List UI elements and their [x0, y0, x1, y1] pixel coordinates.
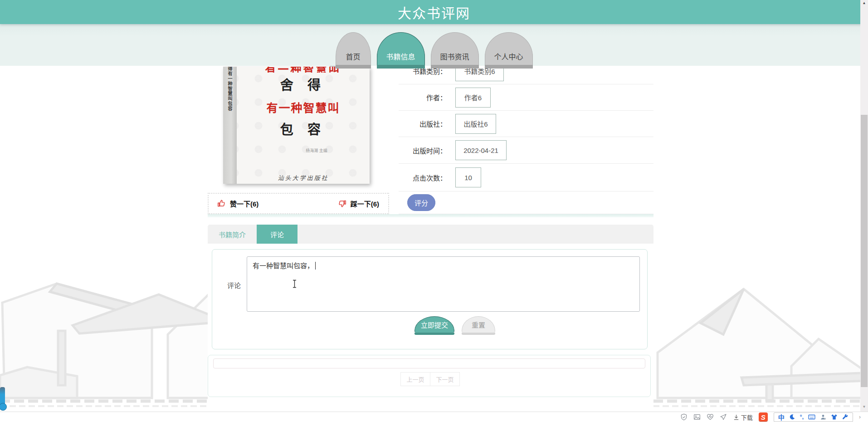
skin-shirt-icon[interactable] — [831, 414, 838, 420]
cover-title-red: 有一种智慧叫 — [237, 99, 370, 115]
tab-comments[interactable]: 评论 — [257, 225, 297, 244]
download-label: 下载 — [741, 413, 753, 422]
like-label: 赞一下(6) — [230, 199, 258, 208]
screenshot-image-icon[interactable] — [693, 413, 701, 421]
cover-title-line1: 舍 得 — [237, 74, 370, 93]
nav-tab-personal-center-label: 个人中心 — [485, 51, 532, 62]
rate-row: 评分 — [399, 191, 653, 214]
detail-tabbar: 书籍简介 评论 — [208, 225, 653, 244]
content-column: 舍得有一种智慧叫包容 有一种智慧叫 舍 得 有一种智慧叫 包 容 杨海潮 主编 … — [208, 66, 653, 412]
comment-list-panel: 上一页 下一页 — [208, 355, 651, 397]
ibeam-cursor-icon — [292, 280, 297, 288]
thumb-down-icon — [337, 199, 347, 208]
book-fields: 书籍类别： 书籍类别6 作者： 作者6 出版社： 出版社6 出版时间： 2022… — [399, 66, 653, 214]
field-row-clicks: 点击次数： 10 — [399, 164, 653, 191]
comment-form-panel: 评论 有一种智慧叫包容， 立即提交 重置 — [212, 249, 648, 349]
side-panel-handle[interactable] — [0, 387, 5, 408]
field-row-category: 书籍类别： 书籍类别6 — [399, 66, 653, 84]
site-title: 大众书评网 — [398, 2, 470, 22]
like-button[interactable]: 赞一下(6) — [217, 199, 258, 208]
book-spine-text: 舍得有一种智慧叫包容 — [226, 67, 233, 111]
main-nav: 首页 书籍信息 图书资讯 个人中心 — [0, 24, 868, 66]
field-value-author: 作者6 — [455, 88, 491, 108]
next-page-button[interactable]: 下一页 — [430, 372, 460, 386]
text-caret — [315, 262, 316, 270]
dislike-label: 踩一下(6) — [351, 199, 379, 208]
nav-tab-book-info-label: 书籍信息 — [377, 51, 424, 62]
download-button[interactable]: 下载 — [733, 413, 753, 422]
more-chevron-icon[interactable]: › — [859, 414, 861, 420]
field-label-clicks: 点击次数： — [399, 173, 455, 182]
moon-night-mode-icon[interactable] — [789, 414, 795, 420]
section-divider-strip — [208, 214, 653, 217]
field-value-publisher: 出版社6 — [455, 114, 496, 134]
site-header: 大众书评网 — [0, 0, 868, 24]
field-value-clicks: 10 — [455, 167, 481, 187]
field-row-publisher: 出版社： 出版社6 — [399, 111, 653, 137]
cover-author-line: 杨海潮 主编 — [306, 147, 327, 153]
nav-tab-home[interactable]: 首页 — [336, 32, 371, 65]
rate-button[interactable]: 评分 — [407, 194, 435, 211]
book-spine: 舍得有一种智慧叫包容 — [223, 67, 237, 184]
comment-field-label: 评论 — [227, 280, 241, 290]
page: 大众书评网 首页 书籍信息 图书资讯 个人中心 舍得有一种智慧叫包容 — [0, 0, 868, 422]
comment-textarea[interactable]: 有一种智慧叫包容， — [247, 256, 640, 312]
field-label-author: 作者： — [399, 93, 455, 102]
sogou-ime-logo[interactable]: S — [759, 412, 768, 422]
nav-tab-personal-center[interactable]: 个人中心 — [485, 32, 533, 65]
book-detail-section: 舍得有一种智慧叫包容 有一种智慧叫 舍 得 有一种智慧叫 包 容 杨海潮 主编 … — [208, 66, 653, 214]
like-dislike-bar: 赞一下(6) 踩一下(6) — [208, 193, 389, 214]
tab-book-intro[interactable]: 书籍简介 — [208, 225, 257, 244]
reset-button[interactable]: 重置 — [462, 316, 495, 333]
book-cover-image: 舍得有一种智慧叫包容 有一种智慧叫 舍 得 有一种智慧叫 包 容 杨海潮 主编 … — [223, 67, 370, 184]
nav-tab-book-news-label: 图书资讯 — [431, 51, 478, 62]
cover-title-line2: 包 容 — [237, 119, 370, 138]
ime-chinese-mode[interactable]: 中 — [778, 412, 785, 422]
pagination: 上一页 下一页 — [400, 372, 460, 386]
book-cover-art: 有一种智慧叫 舍 得 有一种智慧叫 包 容 杨海潮 主编 汕头大学出版社 — [237, 67, 370, 184]
field-label-publisher: 出版社： — [399, 119, 455, 128]
keyboard-icon[interactable] — [808, 414, 815, 420]
nav-tab-book-info[interactable]: 书籍信息 — [377, 32, 425, 65]
vertical-scrollbar[interactable]: ▲ ▼ — [860, 0, 868, 412]
nav-tab-book-news[interactable]: 图书资讯 — [431, 32, 479, 65]
field-value-publish-date: 2022-04-21 — [455, 140, 507, 160]
ime-toolbar: 中 °, — [774, 412, 853, 422]
nav-tab-home-label: 首页 — [336, 51, 371, 62]
dislike-button[interactable]: 踩一下(6) — [337, 199, 379, 208]
cover-publisher: 汕头大学出版社 — [237, 173, 370, 182]
field-label-publish-date: 出版时间： — [399, 146, 455, 155]
user-account-icon[interactable] — [820, 414, 826, 420]
scrollbar-thumb[interactable] — [861, 115, 868, 387]
health-heart-icon[interactable] — [707, 413, 714, 421]
comment-list-empty-row — [213, 358, 645, 368]
scroll-up-arrow[interactable]: ▲ — [860, 1, 868, 5]
browser-bottom-bar: 下载 S 中 °, › — [0, 412, 868, 422]
shield-icon[interactable] — [680, 413, 688, 421]
wrench-settings-icon[interactable] — [842, 414, 848, 420]
submit-button[interactable]: 立即提交 — [414, 316, 454, 333]
thumb-up-icon — [217, 199, 226, 208]
prev-page-button[interactable]: 上一页 — [400, 372, 430, 386]
field-row-publish-date: 出版时间： 2022-04-21 — [399, 137, 653, 164]
ime-punctuation-mode[interactable]: °, — [800, 414, 804, 420]
field-row-author: 作者： 作者6 — [399, 84, 653, 111]
scroll-down-arrow[interactable]: ▼ — [860, 405, 868, 409]
send-rocket-icon[interactable] — [720, 413, 727, 421]
comment-text: 有一种智慧叫包容， — [253, 262, 314, 270]
download-icon — [733, 414, 740, 421]
